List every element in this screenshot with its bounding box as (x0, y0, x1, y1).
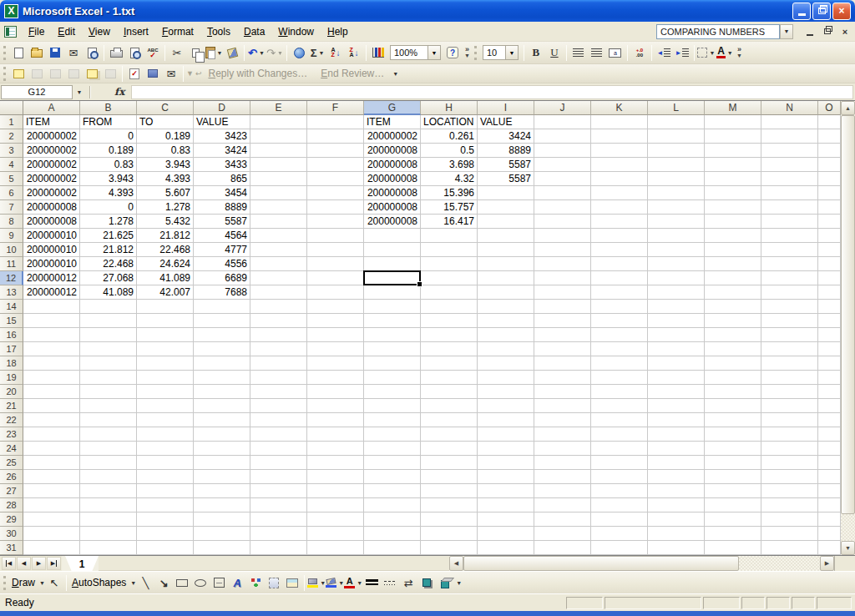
cell-D8[interactable]: 5587 (194, 215, 250, 229)
cell-H26[interactable] (421, 470, 478, 484)
toolbar-options-button[interactable]: »▼ (464, 47, 470, 58)
cell-A10[interactable]: 200000010 (23, 243, 80, 257)
formula-input[interactable] (131, 85, 853, 99)
cell-E16[interactable] (250, 328, 307, 342)
cell-N22[interactable] (761, 413, 818, 427)
cell-G22[interactable] (364, 413, 421, 427)
column-header-H[interactable]: H (421, 101, 478, 115)
cell-I14[interactable] (478, 300, 534, 314)
cell-D2[interactable]: 3423 (194, 129, 250, 144)
font-size-combo[interactable]: 10 ▼ (483, 45, 519, 60)
cell-G30[interactable] (364, 527, 421, 541)
arrow-style-button[interactable]: ⇄ (399, 574, 417, 592)
new-button[interactable] (9, 44, 28, 62)
cell-A16[interactable] (23, 328, 80, 342)
horizontal-scrollbar[interactable] (463, 556, 820, 571)
cell-H17[interactable] (421, 342, 478, 356)
cell-N25[interactable] (761, 456, 818, 470)
cell-D26[interactable] (194, 470, 250, 484)
autoshapes-menu-button[interactable]: AutoShapes (69, 577, 129, 588)
rectangle-button[interactable] (173, 574, 191, 592)
cell-K3[interactable] (591, 144, 648, 158)
cell-M18[interactable] (705, 356, 761, 371)
cell-K23[interactable] (591, 427, 648, 442)
cell-L3[interactable] (648, 144, 705, 158)
cell-L16[interactable] (648, 328, 705, 342)
cell-B28[interactable] (80, 498, 137, 512)
cell-J10[interactable] (534, 243, 591, 257)
cell-H20[interactable] (421, 385, 478, 399)
cell-D20[interactable] (194, 385, 250, 399)
cell-E3[interactable] (250, 144, 307, 158)
cell-H24[interactable] (421, 442, 478, 456)
cell-F8[interactable] (307, 215, 364, 229)
cell-B6[interactable]: 4.393 (80, 186, 137, 200)
formatting-toolbar-grip[interactable] (474, 46, 477, 60)
cell-H18[interactable] (421, 356, 478, 371)
previous-comment-button[interactable] (28, 65, 46, 83)
clip-art-button[interactable] (265, 574, 283, 592)
cell-J3[interactable] (534, 144, 591, 158)
menu-help[interactable]: Help (321, 23, 355, 40)
cell-J9[interactable] (534, 229, 591, 243)
cell-K4[interactable] (591, 158, 648, 172)
menu-insert[interactable]: Insert (117, 23, 155, 40)
cell-C16[interactable] (137, 328, 194, 342)
cell-D22[interactable] (194, 413, 250, 427)
fill-color-button[interactable]: ▼ (307, 574, 326, 592)
cell-K19[interactable] (591, 371, 648, 385)
cell-L4[interactable] (648, 158, 705, 172)
cell-M28[interactable] (705, 498, 761, 512)
cell-H13[interactable] (421, 285, 478, 300)
minimize-button[interactable] (792, 3, 811, 20)
cell-K17[interactable] (591, 342, 648, 356)
cell-A9[interactable]: 200000010 (23, 229, 80, 243)
cell-A12[interactable]: 200000012 (23, 271, 80, 285)
cell-M9[interactable] (705, 229, 761, 243)
cell-O22[interactable] (818, 413, 841, 427)
cell-M30[interactable] (705, 527, 761, 541)
cell-A6[interactable]: 200000002 (23, 186, 80, 200)
cell-I25[interactable] (478, 456, 534, 470)
cell-C26[interactable] (137, 470, 194, 484)
cell-G14[interactable] (364, 300, 421, 314)
cell-J28[interactable] (534, 498, 591, 512)
cell-I27[interactable] (478, 484, 534, 498)
cell-E27[interactable] (250, 484, 307, 498)
cell-L25[interactable] (648, 456, 705, 470)
cell-E25[interactable] (250, 456, 307, 470)
cell-K15[interactable] (591, 314, 648, 328)
oval-button[interactable] (191, 574, 210, 592)
cell-E13[interactable] (250, 285, 307, 300)
show-comment-button[interactable] (64, 65, 83, 83)
cell-B31[interactable] (80, 541, 137, 555)
cell-E24[interactable] (250, 442, 307, 456)
column-header-B[interactable]: B (80, 101, 137, 115)
cell-K27[interactable] (591, 484, 648, 498)
cell-G26[interactable] (364, 470, 421, 484)
cell-H19[interactable] (421, 371, 478, 385)
cell-C11[interactable]: 24.624 (137, 257, 194, 271)
save-button[interactable] (46, 44, 64, 62)
cell-I28[interactable] (478, 498, 534, 512)
cell-G2[interactable]: 200000002 (364, 129, 421, 144)
cell-N10[interactable] (761, 243, 818, 257)
cell-B5[interactable]: 3.943 (80, 172, 137, 186)
cell-G20[interactable] (364, 385, 421, 399)
cell-K13[interactable] (591, 285, 648, 300)
cell-H12[interactable] (421, 271, 478, 285)
paste-dropdown-icon[interactable]: ▼ (217, 50, 223, 56)
previous-sheet-button[interactable]: ◀ (17, 557, 31, 570)
cell-A7[interactable]: 200000008 (23, 200, 80, 215)
doc-minimize-button[interactable] (802, 25, 817, 38)
align-right-button[interactable] (588, 44, 606, 62)
cell-F1[interactable] (307, 115, 364, 129)
cell-H7[interactable]: 15.757 (421, 200, 478, 215)
cell-B17[interactable] (80, 342, 137, 356)
cell-B20[interactable] (80, 385, 137, 399)
cell-C20[interactable] (137, 385, 194, 399)
cell-H25[interactable] (421, 456, 478, 470)
cell-A15[interactable] (23, 314, 80, 328)
cell-D9[interactable]: 4564 (194, 229, 250, 243)
cell-E30[interactable] (250, 527, 307, 541)
